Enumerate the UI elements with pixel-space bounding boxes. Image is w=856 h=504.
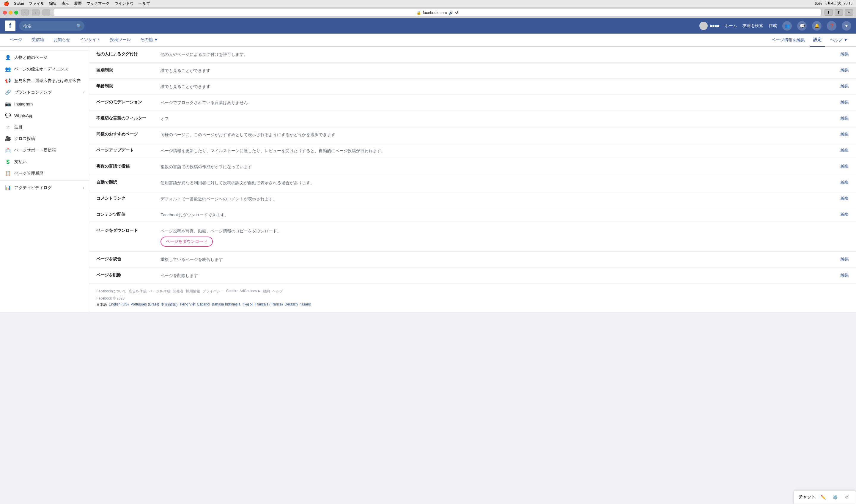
footer-lang-it[interactable]: Italiano [300,302,311,307]
page-nav-page[interactable]: ページ [5,34,27,47]
sidebar-item-featured[interactable]: ☆ 注目 [0,121,89,133]
reload-icon[interactable]: ↺ [455,11,458,15]
chevron-down-icon[interactable]: ▼ [842,21,851,31]
share-icon[interactable]: ⬆ [835,9,843,16]
settings-action[interactable]: 編集 [831,100,849,105]
footer-link-developers[interactable]: 開発者 [173,289,183,294]
edit-link[interactable]: 編集 [840,196,849,201]
settings-action[interactable]: 編集 [831,148,849,153]
footer-lang-pt[interactable]: Português (Brasil) [130,302,159,307]
back-button[interactable]: ‹ [21,10,29,16]
settings-action[interactable]: 編集 [831,196,849,201]
sidebar-item-instagram[interactable]: 📷 Instagram [0,98,89,110]
edit-link[interactable]: 編集 [840,100,849,104]
settings-action[interactable]: 編集 [831,180,849,185]
footer-link-ads[interactable]: 広告を作成 [129,289,146,294]
settings-action[interactable]: 編集 [831,51,849,57]
minimize-button[interactable] [8,11,13,15]
settings-action[interactable]: 編集 [831,115,849,121]
footer-link-careers[interactable]: 採用情報 [186,289,200,294]
footer-link-terms[interactable]: 規約 [263,289,270,294]
sidebar-item-political-ads[interactable]: 📢 意見広告、選挙広告または政治広告 [0,75,89,87]
page-nav-settings[interactable]: 設定 [810,34,825,47]
settings-action[interactable]: 編集 [831,164,849,169]
page-nav-edit-info[interactable]: ページ情報を編集 [768,34,808,47]
menubar-edit[interactable]: 編集 [49,1,57,6]
sidebar-item-activity-log[interactable]: 📊 アクティビティログ › [0,182,89,194]
edit-link[interactable]: 編集 [840,148,849,152]
menubar-view[interactable]: 表示 [61,1,69,6]
sidebar-item-crossposting[interactable]: 🎥 クロス投稿 [0,133,89,144]
edit-link[interactable]: 編集 [840,164,849,168]
settings-action[interactable]: 編集 [831,272,849,278]
edit-link[interactable]: 編集 [840,212,849,217]
new-tab-icon[interactable]: + [845,9,853,16]
sidebar-item-preferred-audience[interactable]: 👥 ページの優先オーディエンス [0,63,89,75]
help-icon[interactable]: ❓ [827,21,836,31]
footer-link-adchoices[interactable]: AdChoices ▶ [239,289,260,294]
footer-link-help[interactable]: ヘルプ [272,289,283,294]
fb-logo[interactable]: f [5,20,16,31]
forward-button[interactable]: › [32,10,39,16]
fb-user[interactable]: ■■■■ [699,22,719,30]
footer-lang-id[interactable]: Bahasa Indonesia [212,302,240,307]
notifications-icon[interactable]: 🔔 [812,21,821,31]
edit-link[interactable]: 編集 [840,256,849,261]
settings-action[interactable]: 編集 [831,256,849,262]
page-nav-publishing-tools[interactable]: 投稿ツール [105,34,136,47]
menubar-help[interactable]: ヘルプ [139,1,150,6]
download-icon[interactable]: ⬇ [824,9,833,16]
current-language[interactable]: 日本語 [96,302,107,307]
menubar-window[interactable]: ウインドウ [114,1,134,6]
footer-link-about[interactable]: Facebookについて [96,289,126,294]
edit-link[interactable]: 編集 [840,68,849,72]
search-input[interactable] [19,21,84,31]
settings-action[interactable]: 編集 [831,132,849,137]
friends-icon[interactable]: 👥 [782,21,792,31]
page-nav-insights[interactable]: インサイト [75,34,105,47]
sidebar-item-whatsapp[interactable]: 💬 WhatsApp [0,110,89,121]
sidebar-item-support-inbox[interactable]: 📩 ページサポート受信箱 [0,144,89,156]
settings-action[interactable]: 編集 [831,84,849,89]
messenger-icon[interactable]: 💬 [797,21,807,31]
sidebar-item-page-history[interactable]: 📋 ページ管理履歴 [0,168,89,179]
settings-action[interactable]: 編集 [831,68,849,73]
close-button[interactable] [3,11,7,15]
sidebar-item-brand-content[interactable]: 🔗 ブランドコンテンツ › [0,87,89,98]
create-nav[interactable]: 作成 [769,23,777,29]
footer-link-privacy[interactable]: プライバシー [202,289,224,294]
footer-lang-de[interactable]: Deutsch [285,302,298,307]
edit-link[interactable]: 編集 [840,51,849,56]
footer-link-create-page[interactable]: ページを作成 [149,289,170,294]
fullscreen-button[interactable] [14,11,18,15]
sidebar-item-payment[interactable]: 💲 支払い [0,156,89,168]
menubar-file[interactable]: ファイル [29,1,44,6]
page-nav-inbox[interactable]: 受信箱 [27,34,49,47]
page-nav-help[interactable]: ヘルプ ▼ [826,34,851,47]
footer-lang-es[interactable]: Español [197,302,210,307]
edit-link[interactable]: 編集 [840,115,849,120]
menubar-bookmarks[interactable]: ブックマーク [87,1,110,6]
download-page-button[interactable]: ページをダウンロード [160,236,213,247]
menubar-history[interactable]: 履歴 [74,1,82,6]
footer-link-cookie[interactable]: Cookie [226,289,237,294]
sidebar-item-people-pages[interactable]: 👤 人物と他のページ [0,52,89,63]
footer-lang-fr[interactable]: Français (France) [255,302,283,307]
edit-link[interactable]: 編集 [840,132,849,137]
home-nav[interactable]: ホーム [725,23,737,29]
apple-logo-icon[interactable]: 🍎 [3,1,9,6]
page-nav-notifications[interactable]: お知らせ [49,34,75,47]
edit-link[interactable]: 編集 [840,180,849,184]
find-friends-nav[interactable]: 友達を検索 [743,23,763,29]
edit-link[interactable]: 編集 [840,84,849,88]
page-nav-more[interactable]: その他 ▼ [136,34,163,47]
footer-lang-zh[interactable]: 中文(简体) [161,302,177,307]
footer-lang-ko[interactable]: 한국어 [242,302,253,307]
footer-lang-vi[interactable]: Tiếng Việt [179,302,195,307]
settings-action[interactable]: 編集 [831,212,849,217]
sidebar-toggle-button[interactable] [42,10,50,16]
edit-link[interactable]: 編集 [840,272,849,277]
menubar-safari[interactable]: Safari [14,1,24,6]
url-bar[interactable]: 🔒 facebook.com 🔊 ↺ [53,9,821,16]
footer-lang-en[interactable]: English (US) [109,302,129,307]
